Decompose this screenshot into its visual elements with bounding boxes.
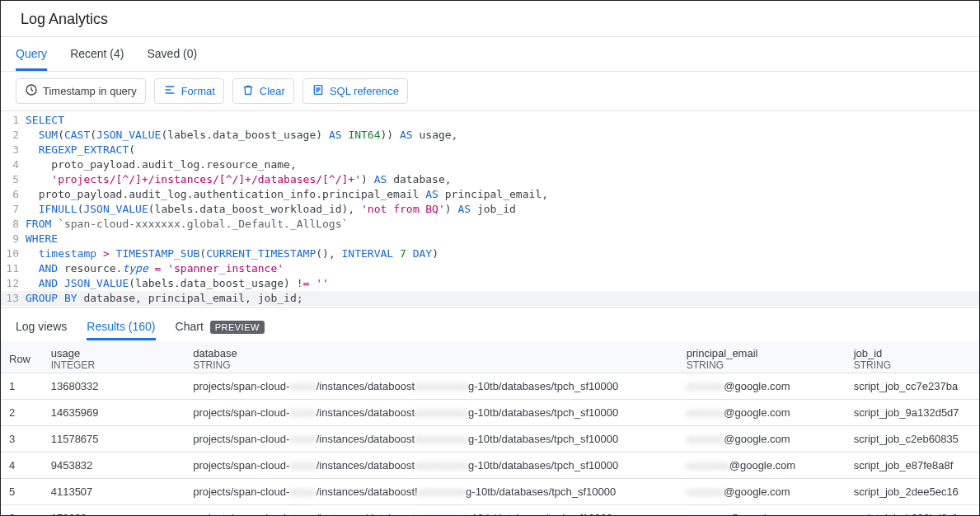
code-text: timestamp > TIMESTAMP_SUB(CURRENT_TIMEST… xyxy=(26,246,438,261)
cell-email: xxxxxxx@google.com xyxy=(678,373,846,400)
cell-usage: 13680332 xyxy=(43,373,185,400)
code-line[interactable]: 11 AND resource.type = 'spanner_instance… xyxy=(1,261,979,276)
code-line[interactable]: 5 'projects/[^/]+/instances/[^/]+/databa… xyxy=(1,172,979,187)
table-header-row: Row usageINTEGER databaseSTRING principa… xyxy=(1,340,979,373)
cell-job-id: script_job_2dee5ec16 xyxy=(846,479,979,505)
cell-job-id: script_job_9a132d5d7 xyxy=(846,400,979,426)
cell-job-id: script_job_c2eb60835 xyxy=(846,426,979,453)
timestamp-label: Timestamp in query xyxy=(43,85,137,97)
cell-email: xxxxxxx@google.com xyxy=(678,426,846,453)
trash-icon xyxy=(241,83,255,99)
code-line[interactable]: 12 AND JSON_VALUE(labels.data_boost_usag… xyxy=(1,276,979,291)
cell-row: 3 xyxy=(1,426,43,453)
table-row[interactable]: 6170839projects/span-cloud-xxxxx/instanc… xyxy=(1,505,979,517)
code-text: GROUP BY database, principal_email, job_… xyxy=(26,291,303,306)
code-text: proto_payload.audit_log.authentication_i… xyxy=(26,187,548,202)
toolbar: Timestamp in query Format Clear SQL refe… xyxy=(1,72,979,110)
clock-icon xyxy=(25,83,38,99)
table-row[interactable]: 49453832projects/span-cloud-xxxxx/instan… xyxy=(1,453,979,479)
cell-row: 4 xyxy=(1,453,43,479)
cell-database: projects/span-cloud-xxxxx/instances/data… xyxy=(185,426,678,453)
results-table: Row usageINTEGER databaseSTRING principa… xyxy=(1,340,979,516)
format-button[interactable]: Format xyxy=(154,78,224,104)
line-number: 1 xyxy=(1,113,26,128)
code-text: 'projects/[^/]+/instances/[^/]+/database… xyxy=(26,172,452,187)
top-tabs: Query Recent (4) Saved (0) xyxy=(1,37,979,72)
cell-usage: 9453832 xyxy=(43,453,185,479)
col-row[interactable]: Row xyxy=(1,340,43,373)
document-icon xyxy=(312,83,325,99)
line-number: 10 xyxy=(1,246,26,261)
cell-job-id: script_job_b326bd8ef xyxy=(846,505,979,517)
sql-editor[interactable]: 1SELECT2 SUM(CAST(JSON_VALUE(labels.data… xyxy=(1,110,979,308)
cell-email: xxxxxxx@google.com xyxy=(678,400,846,426)
cell-database: projects/span-cloud-xxxxx/instances/data… xyxy=(185,505,678,517)
table-row[interactable]: 311578675projects/span-cloud-xxxxx/insta… xyxy=(1,426,979,453)
code-line[interactable]: 7 IFNULL(JSON_VALUE(labels.data_boost_wo… xyxy=(1,202,979,217)
code-text: FROM `span-cloud-xxxxxxx.global._Default… xyxy=(26,217,348,232)
code-text: WHERE xyxy=(26,232,58,246)
format-label: Format xyxy=(181,85,215,97)
code-line[interactable]: 6 proto_payload.audit_log.authentication… xyxy=(1,187,979,202)
cell-email: xxxxxxx@google.com xyxy=(678,479,846,505)
cell-row: 5 xyxy=(1,479,43,505)
cell-email: xxxxxxxx@google.com xyxy=(678,453,846,479)
code-text: proto_payload.audit_log.resource_name, xyxy=(26,157,297,172)
code-line[interactable]: 1SELECT xyxy=(1,113,979,128)
tab-log-views[interactable]: Log views xyxy=(16,315,67,340)
line-number: 11 xyxy=(1,261,26,276)
table-row[interactable]: 214635969projects/span-cloud-xxxxx/insta… xyxy=(1,400,979,426)
cell-row: 2 xyxy=(1,400,43,426)
cell-row: 6 xyxy=(1,505,43,517)
code-line[interactable]: 8FROM `span-cloud-xxxxxxx.global._Defaul… xyxy=(1,217,979,232)
table-row[interactable]: 54113507projects/span-cloud-xxxxx/instan… xyxy=(1,479,979,505)
line-number: 7 xyxy=(1,202,26,217)
tab-saved[interactable]: Saved (0) xyxy=(147,37,197,71)
timestamp-button[interactable]: Timestamp in query xyxy=(16,78,146,104)
code-line[interactable]: 9WHERE xyxy=(1,232,979,246)
clear-button[interactable]: Clear xyxy=(232,78,294,104)
sqlref-label: SQL reference xyxy=(330,85,399,97)
cell-usage: 14635969 xyxy=(43,400,185,426)
page-title: Log Analytics xyxy=(1,1,979,37)
table-row[interactable]: 113680332projects/span-cloud-xxxxx/insta… xyxy=(1,373,979,400)
cell-job-id: script_job_cc7e237ba xyxy=(846,373,979,400)
code-line[interactable]: 10 timestamp > TIMESTAMP_SUB(CURRENT_TIM… xyxy=(1,246,979,261)
code-line[interactable]: 13GROUP BY database, principal_email, jo… xyxy=(1,291,979,306)
line-number: 6 xyxy=(1,187,26,202)
col-principal-email[interactable]: principal_emailSTRING xyxy=(678,340,846,373)
line-number: 4 xyxy=(1,157,26,172)
code-line[interactable]: 2 SUM(CAST(JSON_VALUE(labels.data_boost_… xyxy=(1,128,979,143)
code-text: AND JSON_VALUE(labels.data_boost_usage) … xyxy=(26,276,329,291)
format-icon xyxy=(163,83,176,99)
cell-database: projects/span-cloud-xxxxx/instances/data… xyxy=(185,479,678,505)
clear-label: Clear xyxy=(260,85,285,97)
cell-job-id: script_job_e87fe8a8f xyxy=(846,453,979,479)
col-job-id[interactable]: job_idSTRING xyxy=(846,340,979,373)
line-number: 8 xyxy=(1,217,26,232)
code-line[interactable]: 3 REGEXP_EXTRACT( xyxy=(1,143,979,157)
code-text: IFNULL(JSON_VALUE(labels.data_boost_work… xyxy=(26,202,516,217)
tab-chart[interactable]: Chart PREVIEW xyxy=(176,315,265,340)
results-tabs: Log views Results (160) Chart PREVIEW xyxy=(1,308,979,340)
line-number: 3 xyxy=(1,143,26,157)
line-number: 2 xyxy=(1,128,26,143)
col-database[interactable]: databaseSTRING xyxy=(185,340,678,373)
chart-label: Chart xyxy=(176,320,204,333)
cell-database: projects/span-cloud-xxxxx/instances/data… xyxy=(185,453,678,479)
tab-results[interactable]: Results (160) xyxy=(87,315,155,340)
cell-usage: 4113507 xyxy=(43,479,185,505)
code-line[interactable]: 4 proto_payload.audit_log.resource_name, xyxy=(1,157,979,172)
code-text: SELECT xyxy=(26,113,64,128)
cell-usage: 11578675 xyxy=(43,426,185,453)
line-number: 9 xyxy=(1,232,26,246)
cell-database: projects/span-cloud-xxxxx/instances/data… xyxy=(185,400,678,426)
sql-reference-button[interactable]: SQL reference xyxy=(302,78,408,104)
tab-query[interactable]: Query xyxy=(16,37,47,71)
cell-row: 1 xyxy=(1,373,43,400)
line-number: 5 xyxy=(1,172,26,187)
cell-database: projects/span-cloud-xxxxx/instances/data… xyxy=(185,373,678,400)
preview-badge: PREVIEW xyxy=(210,321,265,334)
col-usage[interactable]: usageINTEGER xyxy=(43,340,185,373)
tab-recent[interactable]: Recent (4) xyxy=(70,37,124,71)
